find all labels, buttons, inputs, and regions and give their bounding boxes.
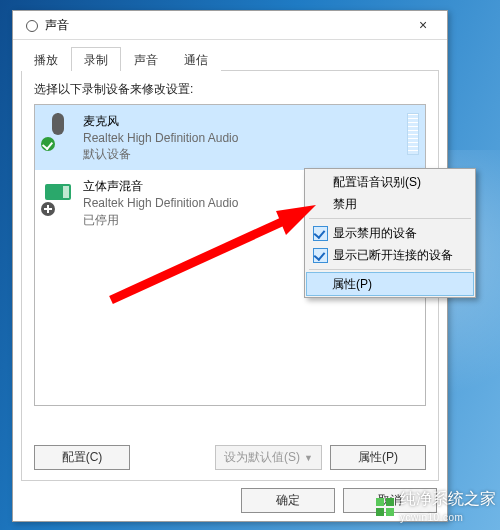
watermark-brand: 纯净系统之家 [400, 490, 496, 507]
menu-show-disabled[interactable]: 显示禁用的设备 [307, 222, 473, 244]
disabled-icon [41, 202, 55, 216]
button-row: 配置(C) 设为默认值(S) ▼ 属性(P) [34, 445, 426, 470]
window-title: 声音 [45, 17, 69, 34]
close-icon: × [419, 17, 427, 33]
level-meter [407, 113, 419, 155]
device-row-mic[interactable]: 麦克风 Realtek High Definition Audio 默认设备 [35, 105, 425, 170]
tabs: 播放 录制 声音 通信 [21, 46, 439, 71]
configure-button[interactable]: 配置(C) [34, 445, 130, 470]
menu-properties[interactable]: 属性(P) [306, 272, 474, 296]
titlebar: 声音 × [13, 11, 447, 40]
tab-playback[interactable]: 播放 [21, 47, 71, 71]
close-button[interactable]: × [403, 11, 443, 39]
tab-communications[interactable]: 通信 [171, 47, 221, 71]
speaker-icon [23, 17, 39, 33]
device-status: 默认设备 [83, 146, 238, 162]
device-desc: Realtek High Definition Audio [83, 130, 238, 146]
watermark-url: ycwin10.com [400, 512, 463, 523]
menu-disable[interactable]: 禁用 [307, 193, 473, 215]
microphone-icon [43, 113, 73, 149]
properties-button[interactable]: 属性(P) [330, 445, 426, 470]
context-menu: 配置语音识别(S) 禁用 显示禁用的设备 显示已断开连接的设备 属性(P) [304, 168, 476, 298]
chevron-down-icon: ▼ [304, 453, 313, 463]
prompt-text: 选择以下录制设备来修改设置: [34, 81, 426, 98]
menu-separator [309, 218, 471, 219]
menu-configure-speech[interactable]: 配置语音识别(S) [307, 171, 473, 193]
ok-button[interactable]: 确定 [241, 488, 335, 513]
device-name: 立体声混音 [83, 178, 238, 195]
device-name: 麦克风 [83, 113, 238, 130]
set-default-button[interactable]: 设为默认值(S) ▼ [215, 445, 322, 470]
soundcard-icon [43, 178, 73, 214]
logo-icon [376, 498, 394, 516]
desktop: 声音 × 播放 录制 声音 通信 选择以下录制设备来修改设置: [0, 0, 500, 530]
device-status: 已停用 [83, 212, 238, 228]
device-desc: Realtek High Definition Audio [83, 195, 238, 211]
menu-show-disconnected[interactable]: 显示已断开连接的设备 [307, 244, 473, 266]
tab-sounds[interactable]: 声音 [121, 47, 171, 71]
menu-separator [309, 269, 471, 270]
watermark: 纯净系统之家 ycwin10.com [376, 489, 496, 524]
checkmark-icon [41, 137, 55, 151]
tab-recording[interactable]: 录制 [71, 47, 121, 71]
